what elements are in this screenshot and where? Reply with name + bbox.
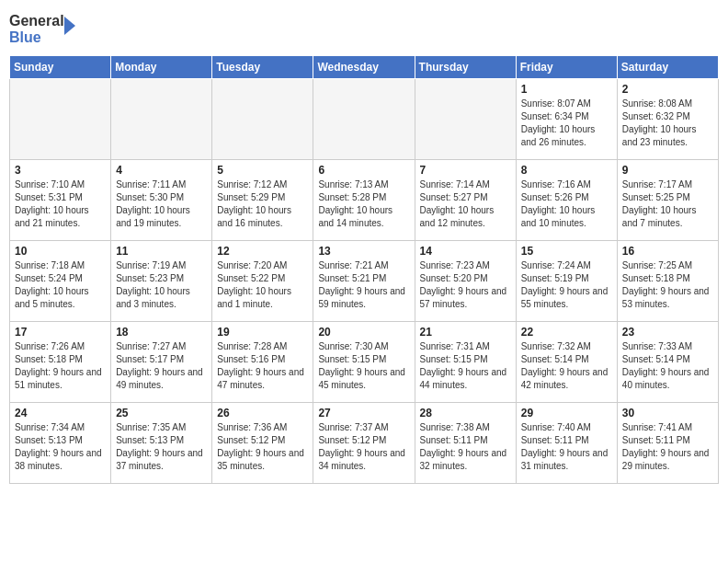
day-info: Sunrise: 7:35 AM Sunset: 5:13 PM Dayligh… [116,421,207,473]
day-number: 9 [622,164,713,177]
calendar-cell: 25Sunrise: 7:35 AM Sunset: 5:13 PM Dayli… [111,403,212,484]
day-number: 15 [521,245,612,258]
day-number: 27 [318,407,409,419]
calendar-cell: 26Sunrise: 7:36 AM Sunset: 5:12 PM Dayli… [212,403,313,484]
day-number: 21 [420,326,511,339]
calendar-week-row: 10Sunrise: 7:18 AM Sunset: 5:24 PM Dayli… [10,241,719,322]
day-info: Sunrise: 7:26 AM Sunset: 5:18 PM Dayligh… [15,340,106,392]
day-info: Sunrise: 7:19 AM Sunset: 5:23 PM Dayligh… [116,259,207,311]
day-number: 23 [622,326,713,339]
day-info: Sunrise: 7:24 AM Sunset: 5:19 PM Dayligh… [521,259,612,311]
calendar-cell [111,79,212,160]
day-info: Sunrise: 7:21 AM Sunset: 5:21 PM Dayligh… [318,259,409,311]
calendar-cell: 19Sunrise: 7:28 AM Sunset: 5:16 PM Dayli… [212,322,313,403]
day-number: 13 [318,245,409,258]
calendar-cell: 21Sunrise: 7:31 AM Sunset: 5:15 PM Dayli… [415,322,516,403]
calendar-cell: 6Sunrise: 7:13 AM Sunset: 5:28 PM Daylig… [313,160,415,241]
svg-marker-2 [64,17,75,35]
day-info: Sunrise: 7:38 AM Sunset: 5:11 PM Dayligh… [420,421,511,473]
calendar-week-row: 24Sunrise: 7:34 AM Sunset: 5:13 PM Dayli… [10,403,719,484]
svg-text:General: General [9,13,64,29]
calendar-cell: 7Sunrise: 7:14 AM Sunset: 5:27 PM Daylig… [415,160,516,241]
calendar-cell: 24Sunrise: 7:34 AM Sunset: 5:13 PM Dayli… [10,403,111,484]
weekday-header: Wednesday [313,56,415,79]
calendar-cell: 1Sunrise: 8:07 AM Sunset: 6:34 PM Daylig… [516,79,617,160]
day-info: Sunrise: 7:25 AM Sunset: 5:18 PM Dayligh… [622,259,713,311]
day-info: Sunrise: 7:33 AM Sunset: 5:14 PM Dayligh… [622,340,713,392]
calendar-cell [313,79,415,160]
day-info: Sunrise: 7:41 AM Sunset: 5:11 PM Dayligh… [622,421,713,473]
day-number: 10 [15,245,106,258]
day-info: Sunrise: 7:10 AM Sunset: 5:31 PM Dayligh… [15,178,106,230]
calendar-cell [212,79,313,160]
calendar-cell: 28Sunrise: 7:38 AM Sunset: 5:11 PM Dayli… [415,403,516,484]
calendar-cell: 8Sunrise: 7:16 AM Sunset: 5:26 PM Daylig… [516,160,617,241]
calendar-cell: 3Sunrise: 7:10 AM Sunset: 5:31 PM Daylig… [10,160,111,241]
day-number: 1 [521,83,612,96]
day-info: Sunrise: 7:36 AM Sunset: 5:12 PM Dayligh… [217,421,308,473]
day-info: Sunrise: 7:40 AM Sunset: 5:11 PM Dayligh… [521,421,612,473]
day-number: 14 [420,245,511,258]
day-number: 7 [420,164,511,177]
day-info: Sunrise: 7:12 AM Sunset: 5:29 PM Dayligh… [217,178,308,230]
calendar-header-row: SundayMondayTuesdayWednesdayThursdayFrid… [10,56,719,79]
calendar-cell [10,79,111,160]
calendar-cell: 29Sunrise: 7:40 AM Sunset: 5:11 PM Dayli… [516,403,617,484]
day-number: 16 [622,245,713,258]
calendar-cell: 15Sunrise: 7:24 AM Sunset: 5:19 PM Dayli… [516,241,617,322]
day-info: Sunrise: 7:31 AM Sunset: 5:15 PM Dayligh… [420,340,511,392]
calendar-cell: 22Sunrise: 7:32 AM Sunset: 5:14 PM Dayli… [516,322,617,403]
day-info: Sunrise: 7:37 AM Sunset: 5:12 PM Dayligh… [318,421,409,473]
day-number: 18 [116,326,207,339]
day-number: 2 [622,83,713,96]
calendar-cell: 27Sunrise: 7:37 AM Sunset: 5:12 PM Dayli… [313,403,415,484]
calendar-week-row: 17Sunrise: 7:26 AM Sunset: 5:18 PM Dayli… [10,322,719,403]
calendar-cell: 2Sunrise: 8:08 AM Sunset: 6:32 PM Daylig… [617,79,718,160]
day-number: 5 [217,164,308,177]
calendar-cell: 4Sunrise: 7:11 AM Sunset: 5:30 PM Daylig… [111,160,212,241]
calendar-cell: 30Sunrise: 7:41 AM Sunset: 5:11 PM Dayli… [617,403,718,484]
day-number: 3 [15,164,106,177]
day-number: 29 [521,407,612,419]
weekday-header: Friday [516,56,617,79]
page-header: GeneralBlue [9,9,719,48]
calendar-cell: 23Sunrise: 7:33 AM Sunset: 5:14 PM Dayli… [617,322,718,403]
day-number: 26 [217,407,308,419]
day-info: Sunrise: 7:14 AM Sunset: 5:27 PM Dayligh… [420,178,511,230]
day-info: Sunrise: 7:27 AM Sunset: 5:17 PM Dayligh… [116,340,207,392]
day-info: Sunrise: 7:30 AM Sunset: 5:15 PM Dayligh… [318,340,409,392]
weekday-header: Sunday [10,56,111,79]
logo: GeneralBlue [9,9,83,48]
calendar-cell: 11Sunrise: 7:19 AM Sunset: 5:23 PM Dayli… [111,241,212,322]
weekday-header: Saturday [617,56,718,79]
calendar-cell: 10Sunrise: 7:18 AM Sunset: 5:24 PM Dayli… [10,241,111,322]
day-number: 12 [217,245,308,258]
calendar-cell: 13Sunrise: 7:21 AM Sunset: 5:21 PM Dayli… [313,241,415,322]
day-number: 30 [622,407,713,419]
day-number: 17 [15,326,106,339]
svg-text:Blue: Blue [9,29,41,45]
day-number: 11 [116,245,207,258]
day-number: 8 [521,164,612,177]
calendar-cell: 20Sunrise: 7:30 AM Sunset: 5:15 PM Dayli… [313,322,415,403]
day-info: Sunrise: 7:28 AM Sunset: 5:16 PM Dayligh… [217,340,308,392]
day-info: Sunrise: 7:32 AM Sunset: 5:14 PM Dayligh… [521,340,612,392]
day-number: 4 [116,164,207,177]
day-number: 20 [318,326,409,339]
day-number: 24 [15,407,106,419]
calendar-week-row: 1Sunrise: 8:07 AM Sunset: 6:34 PM Daylig… [10,79,719,160]
calendar-cell: 12Sunrise: 7:20 AM Sunset: 5:22 PM Dayli… [212,241,313,322]
day-number: 6 [318,164,409,177]
day-info: Sunrise: 7:20 AM Sunset: 5:22 PM Dayligh… [217,259,308,311]
day-number: 25 [116,407,207,419]
day-info: Sunrise: 8:07 AM Sunset: 6:34 PM Dayligh… [521,98,612,149]
day-number: 22 [521,326,612,339]
day-info: Sunrise: 7:34 AM Sunset: 5:13 PM Dayligh… [15,421,106,473]
day-info: Sunrise: 8:08 AM Sunset: 6:32 PM Dayligh… [622,98,713,149]
weekday-header: Tuesday [212,56,313,79]
day-info: Sunrise: 7:18 AM Sunset: 5:24 PM Dayligh… [15,259,106,311]
day-info: Sunrise: 7:17 AM Sunset: 5:25 PM Dayligh… [622,178,713,230]
day-number: 19 [217,326,308,339]
calendar-table: SundayMondayTuesdayWednesdayThursdayFrid… [9,55,719,484]
logo-svg: GeneralBlue [9,9,83,48]
